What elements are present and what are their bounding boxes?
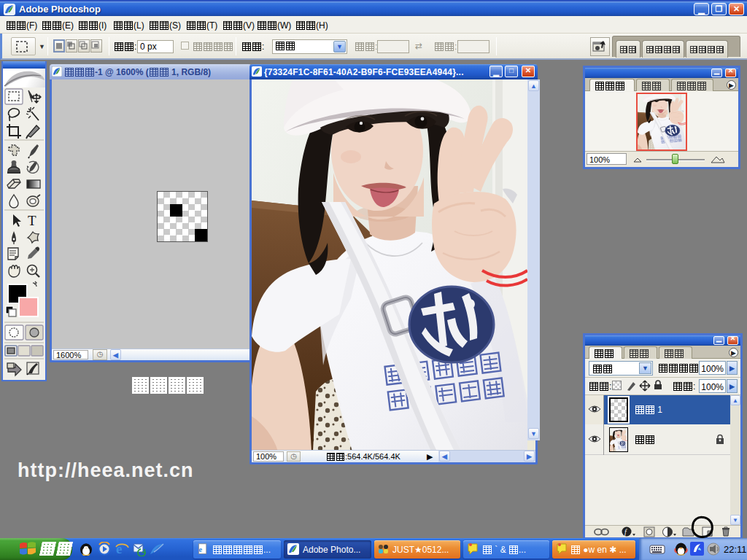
svg-text:e: e: [116, 541, 122, 556]
svg-text:T: T: [28, 213, 36, 228]
svg-text:e: e: [198, 545, 202, 553]
